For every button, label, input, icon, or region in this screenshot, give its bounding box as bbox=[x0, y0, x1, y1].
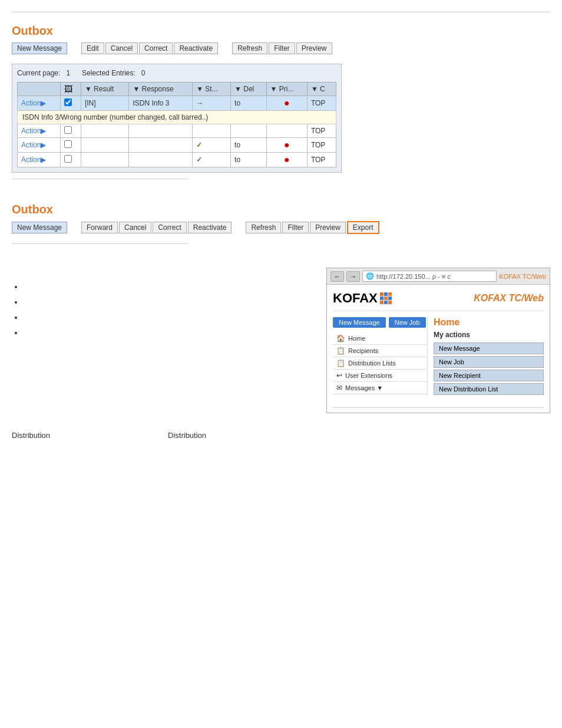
top-divider bbox=[12, 12, 550, 12]
reactivate-btn[interactable]: Reactivate bbox=[174, 42, 218, 54]
response-cell bbox=[129, 138, 193, 153]
distribution-label-left: Distribution bbox=[12, 431, 50, 440]
checkbox-cell[interactable] bbox=[60, 96, 81, 111]
nav-item-user-extensions[interactable]: ↩ User Extensions bbox=[333, 370, 427, 382]
checkbox-cell[interactable] bbox=[60, 153, 81, 167]
nav-items: 🏠 Home 📋 Recipients 📋 Distribution Lists bbox=[333, 332, 427, 394]
preview-btn2[interactable]: Preview bbox=[310, 222, 346, 233]
action-new-recipient[interactable]: New Recipient bbox=[434, 370, 544, 381]
new-message-kofax-btn[interactable]: New Message bbox=[333, 317, 386, 328]
address-bar[interactable]: 🌐 http://172.20.150... ρ - ≡ c bbox=[362, 271, 497, 282]
checkbox-cell[interactable] bbox=[60, 138, 81, 153]
col-response[interactable]: ▼ Response bbox=[129, 83, 193, 96]
nav-item-distribution-label: Distribution Lists bbox=[348, 360, 396, 367]
c-cell: TOP bbox=[307, 153, 336, 167]
pri-cell bbox=[266, 124, 307, 138]
del-cell: to bbox=[231, 138, 267, 153]
col-del[interactable]: ▼ Del bbox=[231, 83, 267, 96]
logo-cell bbox=[388, 292, 392, 296]
bullet-item bbox=[24, 295, 309, 310]
col-c[interactable]: ▼ C bbox=[307, 83, 336, 96]
new-message-btn[interactable]: New Message bbox=[12, 42, 67, 54]
user-extensions-icon: ↩ bbox=[336, 371, 342, 380]
response-cell: ISDN Info 3 bbox=[129, 96, 193, 111]
current-page-value: 1 bbox=[66, 69, 70, 77]
col-pri[interactable]: ▼ Pri... bbox=[266, 83, 307, 96]
forward-nav-btn[interactable]: → bbox=[346, 271, 360, 282]
result-cell bbox=[81, 124, 129, 138]
action-new-distribution-list[interactable]: New Distribution List bbox=[434, 383, 544, 395]
nav-item-recipients[interactable]: 📋 Recipients bbox=[333, 345, 427, 357]
correct-btn2[interactable]: Correct bbox=[153, 222, 186, 233]
pri-cell: ● bbox=[266, 96, 307, 111]
correct-btn[interactable]: Correct bbox=[139, 42, 173, 54]
section2-title: Outbox bbox=[12, 203, 550, 216]
reactivate-btn2[interactable]: Reactivate bbox=[188, 222, 232, 233]
back-btn[interactable]: ← bbox=[330, 271, 344, 282]
new-job-kofax-btn[interactable]: New Job bbox=[389, 317, 426, 328]
table-row: Action▶ TOP bbox=[18, 124, 336, 138]
kofax-header: KOFAX KOFAX TC/Web bbox=[333, 291, 544, 311]
new-message-btn2[interactable]: New Message bbox=[12, 222, 67, 233]
logo-cell bbox=[388, 301, 392, 304]
response-cell bbox=[129, 124, 193, 138]
messages-icon: ✉ bbox=[336, 384, 342, 392]
distribution-label-right: Distribution bbox=[168, 431, 206, 440]
logo-cell bbox=[380, 292, 384, 296]
nav-item-distribution[interactable]: 📋 Distribution Lists bbox=[333, 357, 427, 370]
outbox-table: 🖼 ▼ Result ▼ Response ▼ St... ▼ Del ▼ Pr… bbox=[17, 82, 336, 167]
cancel-btn2[interactable]: Cancel bbox=[119, 222, 151, 233]
section-browser: ← → 🌐 http://172.20.150... ρ - ≡ c KOFAX… bbox=[12, 268, 550, 413]
checkbox-cell[interactable] bbox=[60, 124, 81, 138]
st-cell: ✓ bbox=[193, 138, 231, 153]
kofax-logo-grid bbox=[380, 292, 392, 304]
distribution-labels: Distribution Distribution bbox=[12, 431, 550, 440]
kofax-btn-group: New Message New Job bbox=[333, 317, 427, 328]
col-result[interactable]: ▼ Result bbox=[81, 83, 129, 96]
section-outbox-table: Outbox New Message Edit Cancel Correct R… bbox=[12, 24, 550, 179]
distribution-icon: 📋 bbox=[336, 359, 345, 367]
recipients-icon: 📋 bbox=[336, 347, 345, 355]
st-cell: → bbox=[193, 96, 231, 111]
refresh-btn[interactable]: Refresh bbox=[232, 42, 267, 54]
c-cell: TOP bbox=[307, 96, 336, 111]
table-row: Action▶ [IN] ISDN Info 3 → to ● TOP bbox=[18, 96, 336, 111]
action-new-job[interactable]: New Job bbox=[434, 356, 544, 368]
nav-item-home-label: Home bbox=[348, 335, 365, 342]
edit-btn[interactable]: Edit bbox=[81, 42, 104, 54]
pri-cell: ● bbox=[266, 153, 307, 167]
action-new-message[interactable]: New Message bbox=[434, 342, 544, 354]
browser-tab: KOFAX TC/Web bbox=[499, 273, 546, 280]
nav-item-recipients-label: Recipients bbox=[348, 347, 378, 354]
table-row: Action▶ ✓ to ● TOP bbox=[18, 138, 336, 153]
logo-cell bbox=[388, 297, 392, 300]
logo-cell bbox=[384, 301, 388, 304]
c-cell: TOP bbox=[307, 124, 336, 138]
del-cell bbox=[231, 124, 267, 138]
selected-entries-label: Selected Entries: 0 bbox=[82, 69, 145, 77]
bullet-item bbox=[24, 310, 309, 325]
col-st[interactable]: ▼ St... bbox=[193, 83, 231, 96]
table-meta: Current page: 1 Selected Entries: 0 bbox=[17, 69, 336, 77]
cancel-btn[interactable]: Cancel bbox=[105, 42, 138, 54]
refresh-btn2[interactable]: Refresh bbox=[246, 222, 281, 233]
export-btn[interactable]: Export bbox=[347, 221, 379, 234]
filter-btn2[interactable]: Filter bbox=[282, 222, 309, 233]
result-cell bbox=[81, 138, 129, 153]
section1-title: Outbox bbox=[12, 24, 550, 38]
st-cell bbox=[193, 124, 231, 138]
section1-toolbar: New Message Edit Cancel Correct Reactiva… bbox=[12, 42, 550, 54]
nav-item-messages[interactable]: ✉ Messages ▼ bbox=[333, 382, 427, 394]
nav-item-home[interactable]: 🏠 Home bbox=[333, 332, 427, 345]
forward-btn[interactable]: Forward bbox=[81, 222, 118, 233]
browser-bar: ← → 🌐 http://172.20.150... ρ - ≡ c KOFAX… bbox=[327, 268, 550, 285]
action-cell[interactable]: Action▶ bbox=[18, 124, 61, 138]
action-cell[interactable]: Action▶ bbox=[18, 153, 61, 167]
nav-item-user-extensions-label: User Extensions bbox=[345, 372, 392, 379]
filter-btn[interactable]: Filter bbox=[269, 42, 295, 54]
logo-cell bbox=[380, 297, 384, 300]
action-cell[interactable]: Action▶ bbox=[18, 138, 61, 153]
preview-btn[interactable]: Preview bbox=[296, 42, 332, 54]
home-icon: 🏠 bbox=[336, 334, 345, 342]
action-cell[interactable]: Action▶ bbox=[18, 96, 61, 111]
